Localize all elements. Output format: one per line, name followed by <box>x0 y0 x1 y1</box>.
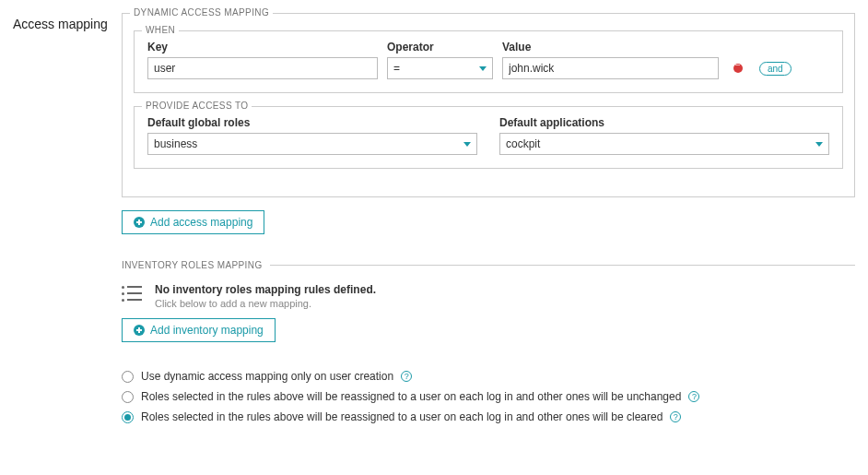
key-input[interactable] <box>147 57 378 79</box>
radio-opt3[interactable] <box>122 411 134 423</box>
roles-label: Default global roles <box>147 116 477 129</box>
plus-icon <box>134 325 145 336</box>
page-title: Access mapping <box>13 13 122 423</box>
radio-opt2[interactable] <box>122 391 134 403</box>
operator-label: Operator <box>387 41 493 53</box>
chevron-down-icon <box>815 142 823 147</box>
mapping-mode-radio-group: Use dynamic access mapping only on user … <box>122 370 855 423</box>
roles-value: business <box>154 137 197 150</box>
default-roles-select[interactable]: business <box>147 133 477 155</box>
apps-label: Default applications <box>499 116 829 129</box>
operator-value: = <box>393 62 400 75</box>
provide-legend: PROVIDE ACCESS TO <box>142 101 252 111</box>
chevron-down-icon <box>479 66 487 71</box>
value-input[interactable] <box>502 57 719 79</box>
inventory-empty-title: No inventory roles mapping rules defined… <box>155 283 376 296</box>
apps-value: cockpit <box>506 137 540 150</box>
add-access-mapping-label: Add access mapping <box>150 216 252 229</box>
radio-opt1-label: Use dynamic access mapping only on user … <box>141 370 393 383</box>
operator-select[interactable]: = <box>387 57 493 79</box>
radio-opt3-label: Roles selected in the rules above will b… <box>141 410 663 423</box>
list-icon <box>122 285 142 303</box>
add-access-mapping-button[interactable]: Add access mapping <box>122 210 264 234</box>
radio-opt1[interactable] <box>122 371 134 383</box>
divider-line <box>270 265 855 266</box>
help-icon[interactable]: ? <box>688 391 699 402</box>
plus-icon <box>134 217 145 228</box>
default-apps-select[interactable]: cockpit <box>499 133 829 155</box>
remove-condition-icon[interactable] <box>733 64 743 73</box>
inventory-empty-sub: Click below to add a new mapping. <box>155 298 376 309</box>
chevron-down-icon <box>463 142 471 147</box>
add-inventory-mapping-button[interactable]: Add inventory mapping <box>122 318 276 342</box>
value-label: Value <box>502 41 719 53</box>
inventory-heading-text: INVENTORY ROLES MAPPING <box>122 260 263 270</box>
radio-opt2-label: Roles selected in the rules above will b… <box>141 390 681 403</box>
dynamic-access-mapping-group: DYNAMIC ACCESS MAPPING WHEN Key Operator… <box>122 13 855 197</box>
help-icon[interactable]: ? <box>401 371 412 382</box>
dynamic-legend: DYNAMIC ACCESS MAPPING <box>130 7 273 18</box>
add-inventory-mapping-label: Add inventory mapping <box>150 324 264 337</box>
help-icon[interactable]: ? <box>670 411 681 422</box>
and-chip-button[interactable]: and <box>759 62 792 76</box>
when-legend: WHEN <box>142 25 179 35</box>
when-group: WHEN Key Operator Value <box>134 30 843 93</box>
inventory-empty-state: No inventory roles mapping rules defined… <box>122 283 855 309</box>
key-label: Key <box>147 41 378 53</box>
inventory-roles-heading: INVENTORY ROLES MAPPING <box>122 260 855 270</box>
provide-access-group: PROVIDE ACCESS TO Default global roles b… <box>134 106 843 169</box>
